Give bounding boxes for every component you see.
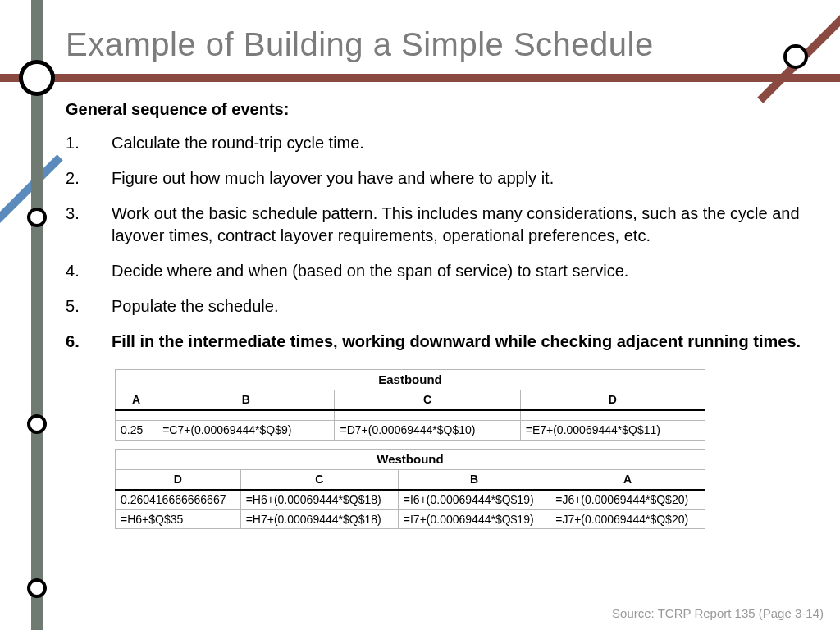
step-item: Work out the basic schedule pattern. Thi… <box>66 203 807 247</box>
step-item: Figure out how much layover you have and… <box>66 167 807 189</box>
table-title: Eastbound <box>116 370 705 390</box>
cell: =C7+(0.00069444*$Q$9) <box>158 420 335 440</box>
cell: =J6+(0.00069444*$Q$20) <box>550 490 705 509</box>
cell: =H6+$Q$35 <box>116 509 241 529</box>
steps-list: Calculate the round-trip cycle time. Fig… <box>66 132 807 353</box>
table-row: 0.260416666666667 =H6+(0.00069444*$Q$18)… <box>116 490 705 509</box>
table-row: 0.25 =C7+(0.00069444*$Q$9) =D7+(0.000694… <box>116 420 705 440</box>
step-item: Decide where and when (based on the span… <box>66 260 807 282</box>
col-header: D <box>520 390 705 410</box>
cell: =H7+(0.00069444*$Q$18) <box>240 509 398 529</box>
step-item-active: Fill in the intermediate times, working … <box>66 331 807 353</box>
source-citation: Source: TCRP Report 135 (Page 3-14) <box>612 606 824 620</box>
cell: =I6+(0.00069444*$Q$19) <box>398 490 550 509</box>
table-title: Westbound <box>116 449 705 469</box>
table-row: =H6+$Q$35 =H7+(0.00069444*$Q$18) =I7+(0.… <box>116 509 705 529</box>
col-header: A <box>550 469 705 489</box>
station-marker-right <box>783 44 808 69</box>
col-header: C <box>335 390 520 410</box>
cell: =D7+(0.00069444*$Q$10) <box>335 420 520 440</box>
eastbound-table: Eastbound A B C D 0.25 =C7+(0.00069444*$… <box>115 369 705 441</box>
page-title: Example of Building a Simple Schedule <box>66 26 654 63</box>
col-header: D <box>116 469 241 489</box>
step-item: Calculate the round-trip cycle time. <box>66 132 807 154</box>
step-item: Populate the schedule. <box>66 295 807 317</box>
transit-line-red <box>0 74 840 82</box>
slide-content: General sequence of events: Calculate th… <box>66 98 807 537</box>
cell: 0.25 <box>116 420 158 440</box>
station-marker-3 <box>27 578 47 598</box>
schedule-tables: Eastbound A B C D 0.25 =C7+(0.00069444*$… <box>115 369 705 529</box>
cell: =I7+(0.00069444*$Q$19) <box>398 509 550 529</box>
westbound-table: Westbound D C B A 0.260416666666667 =H6+… <box>115 449 705 530</box>
station-marker-2 <box>27 414 47 434</box>
cell: =J7+(0.00069444*$Q$20) <box>550 509 705 529</box>
cell: 0.260416666666667 <box>116 490 241 509</box>
col-header: B <box>398 469 550 489</box>
station-marker-1 <box>27 208 47 227</box>
station-marker-main <box>19 60 55 96</box>
col-header: B <box>158 390 335 410</box>
col-header: C <box>240 469 398 489</box>
cell: =H6+(0.00069444*$Q$18) <box>240 490 398 509</box>
cell: =E7+(0.00069444*$Q$11) <box>520 420 705 440</box>
col-header: A <box>116 390 158 410</box>
subheading: General sequence of events: <box>66 98 807 121</box>
